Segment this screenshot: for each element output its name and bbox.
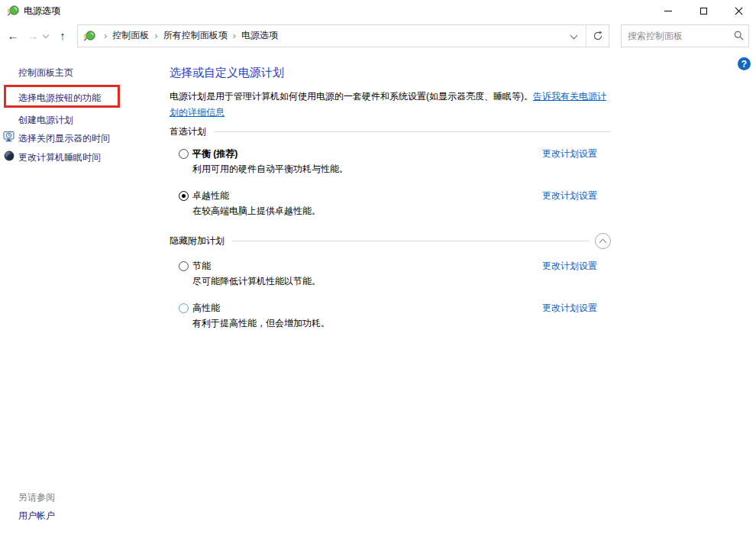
navigation-bar: ← → ↑ › 控制面板 › 所有控制面板项 › 电源选项: [0, 21, 756, 50]
plan-name-high-performance[interactable]: 高性能: [192, 302, 220, 315]
description-text: 电源计划是用于管理计算机如何使用电源的一套硬件和系统设置(如显示器亮度、睡眠等)…: [170, 91, 533, 102]
page-description: 电源计划是用于管理计算机如何使用电源的一套硬件和系统设置(如显示器亮度、睡眠等)…: [170, 89, 611, 121]
plan-name-balanced[interactable]: 平衡 (推荐): [192, 147, 237, 160]
sidebar-item-control-panel-home[interactable]: 控制面板主页: [18, 66, 73, 79]
breadcrumb-power-options[interactable]: 电源选项: [241, 29, 278, 42]
sidebar-item-choose-display-off-time[interactable]: 选择关闭显示器的时间: [18, 132, 110, 144]
breadcrumb-separator-icon: ›: [149, 30, 163, 41]
sidebar-item-choose-power-buttons[interactable]: 选择电源按钮的功能: [18, 92, 101, 104]
plan-row-balanced: 平衡 (推荐) 更改计划设置: [179, 146, 597, 161]
minimize-icon: [664, 11, 672, 11]
up-button[interactable]: ↑: [52, 30, 73, 41]
plan-row-power-saver: 节能 更改计划设置: [179, 258, 597, 273]
collapse-section-button[interactable]: [595, 233, 611, 249]
see-also-header: 另请参阅: [18, 491, 55, 504]
see-also-user-accounts[interactable]: 用户帐户: [18, 510, 55, 523]
window-title: 电源选项: [24, 5, 60, 18]
change-plan-settings-link-power-saver[interactable]: 更改计划设置: [542, 260, 597, 273]
plan-description-balanced: 利用可用的硬件自动平衡功耗与性能。: [192, 163, 348, 176]
minimize-button[interactable]: [651, 0, 686, 21]
forward-button[interactable]: →: [24, 30, 41, 41]
search-button[interactable]: [729, 31, 748, 40]
section-hidden-plans: 隐藏附加计划: [170, 233, 611, 249]
plan-row-high-performance: 高性能 更改计划设置: [179, 300, 597, 316]
plan-name-power-saver[interactable]: 节能: [192, 260, 211, 273]
sidebar-item-change-sleep-time[interactable]: 更改计算机睡眠时间: [18, 151, 101, 163]
section-preferred-plans: 首选计划: [170, 125, 611, 138]
content-area: 控制面板主页 选择电源按钮的功能 创建电源计划 选择关闭显示器的时间 更改计算机…: [0, 50, 756, 534]
radio-power-saver[interactable]: [179, 261, 189, 271]
sleep-icon: [3, 150, 15, 162]
breadcrumb-control-panel[interactable]: 控制面板: [112, 29, 149, 42]
power-plug-icon: [7, 5, 19, 17]
plan-description-power-saver: 尽可能降低计算机性能以节能。: [192, 275, 321, 288]
page-title: 选择或自定义电源计划: [170, 66, 284, 80]
sidebar-item-create-power-plan[interactable]: 创建电源计划: [18, 114, 73, 126]
address-bar[interactable]: › 控制面板 › 所有控制面板项 › 电源选项: [77, 24, 609, 47]
section-header-label: 隐藏附加计划: [170, 235, 225, 248]
title-bar: 电源选项: [0, 0, 756, 21]
breadcrumb-all-items[interactable]: 所有控制面板项: [163, 29, 228, 42]
change-plan-settings-link-high-performance[interactable]: 更改计划设置: [542, 302, 597, 315]
close-button[interactable]: [721, 0, 756, 21]
section-header-label: 首选计划: [170, 125, 206, 138]
address-dropdown-chevron-icon[interactable]: [563, 25, 586, 47]
radio-high-performance[interactable]: [179, 303, 189, 313]
refresh-icon: [593, 31, 603, 41]
maximize-icon: [700, 8, 707, 15]
breadcrumb-separator-icon: ›: [228, 30, 241, 41]
plan-row-ultimate-performance: 卓越性能 更改计划设置: [179, 188, 597, 203]
plan-description-high-performance: 有利于提高性能，但会增加功耗。: [192, 317, 330, 330]
search-input[interactable]: [622, 31, 729, 41]
radio-ultimate-performance[interactable]: [179, 191, 189, 201]
plan-name-ultimate-performance[interactable]: 卓越性能: [192, 189, 229, 202]
help-button[interactable]: ?: [738, 57, 751, 70]
search-box: [621, 24, 749, 47]
power-options-window: 电源选项 ← → ↑ › 控制面板 › 所有控制面板项 › 电源选项: [0, 0, 756, 534]
plan-description-ultimate-performance: 在较高端电脑上提供卓越性能。: [192, 205, 321, 218]
back-button[interactable]: ←: [2, 30, 24, 41]
recent-pages-chevron-icon[interactable]: [41, 31, 52, 41]
close-icon: [734, 6, 744, 16]
radio-balanced[interactable]: [179, 149, 189, 159]
breadcrumb-separator-icon: ›: [99, 30, 112, 41]
change-plan-settings-link-ultimate[interactable]: 更改计划设置: [542, 189, 597, 202]
refresh-button[interactable]: [586, 25, 609, 47]
section-divider: [232, 241, 590, 241]
change-plan-settings-link-balanced[interactable]: 更改计划设置: [542, 147, 597, 160]
display-clock-icon: [3, 131, 15, 143]
search-icon: [734, 31, 744, 40]
window-controls: [651, 0, 756, 21]
section-divider: [214, 131, 611, 132]
maximize-button[interactable]: [686, 0, 721, 21]
power-plug-icon: [83, 30, 95, 42]
